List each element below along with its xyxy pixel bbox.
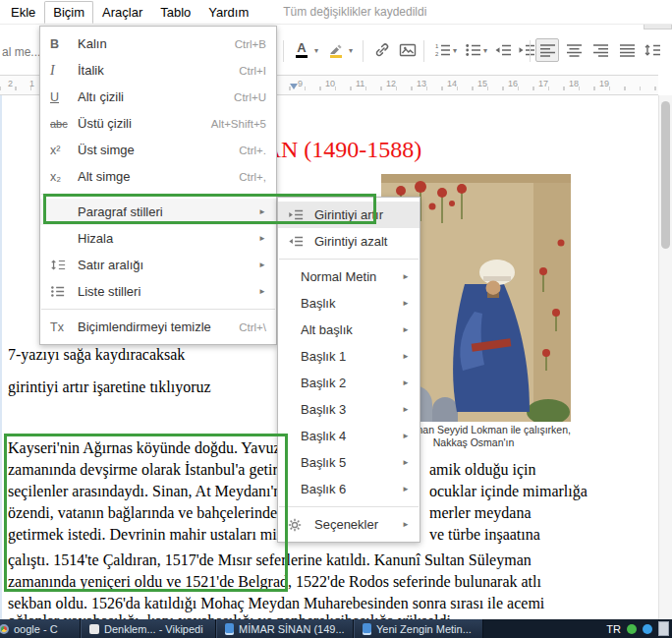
line-spacing-icon bbox=[644, 43, 661, 57]
menu-item-alti-cizili[interactable]: U Altı çizili Ctrl+U bbox=[40, 84, 276, 110]
submenu-item-normal-metin[interactable]: Normal Metin ► bbox=[278, 263, 420, 290]
google-docs-window: Ekle Biçim Araçlar Tablo Yardım Tüm deği… bbox=[0, 0, 672, 638]
vertical-scrollbar[interactable] bbox=[658, 95, 672, 619]
menubar-item-ekle[interactable]: Ekle bbox=[2, 1, 44, 24]
menubar-item-araclar[interactable]: Araçlar bbox=[93, 1, 151, 24]
taskbar-button-chrome[interactable]: oogle - C bbox=[0, 619, 81, 638]
menu-separator bbox=[41, 194, 275, 195]
menu-item-label: Alt simge bbox=[78, 169, 231, 184]
increase-indent-icon bbox=[518, 43, 535, 57]
menu-item-label: İtalik bbox=[78, 63, 231, 78]
show-desktop-button[interactable] bbox=[658, 621, 669, 636]
ruler-number: 13 bbox=[417, 79, 426, 88]
menu-item-bicimlendirmeyi-temizle[interactable]: Tx Biçimlendirmeyi temizle Ctrl+\ bbox=[40, 314, 276, 340]
align-center-button[interactable] bbox=[562, 38, 586, 62]
menu-separator bbox=[279, 506, 419, 507]
document-icon bbox=[225, 623, 234, 635]
language-indicator[interactable]: TR bbox=[606, 623, 621, 635]
menu-item-label: Biçimlendirmeyi temizle bbox=[78, 319, 231, 334]
numbered-list-caret-icon[interactable]: ▾ bbox=[453, 46, 457, 55]
taskbar-button-vikipedi[interactable]: Denklem... - Vikipedi bbox=[81, 619, 216, 638]
paragraph-line[interactable]: çalıştı. 1514'te Çaldıran, 1517'de Mısır… bbox=[8, 551, 668, 569]
taskbar: oogle - C Denklem... - Vikipedi MİMAR Sİ… bbox=[0, 619, 672, 638]
submenu-item-baslik-1[interactable]: Başlık 1 ► bbox=[278, 343, 420, 370]
toolbar-separator bbox=[363, 40, 364, 62]
menu-item-alt-simge[interactable]: x₂ Alt simge Ctrl+, bbox=[40, 163, 276, 190]
submenu-item-baslik-2[interactable]: Başlık 2 ► bbox=[278, 370, 420, 396]
superscript-icon: x² bbox=[50, 144, 78, 157]
taskbar-button-yeni-zengin-metin[interactable]: Yeni Zengin Metin... bbox=[354, 619, 483, 638]
menu-item-liste-stilleri[interactable]: Liste stilleri ► bbox=[40, 278, 276, 305]
submenu-item-girintiyi-artir[interactable]: Girintiyi artır bbox=[278, 202, 420, 228]
decrease-indent-icon bbox=[288, 235, 314, 248]
paragraph-style-dropdown[interactable]: al me... bbox=[2, 45, 40, 59]
bullet-list-icon bbox=[465, 43, 481, 57]
insert-link-button[interactable] bbox=[370, 38, 394, 62]
justify-button[interactable] bbox=[615, 38, 639, 62]
note-line-1[interactable]: 7-yazıyı sağa kaydıracaksak bbox=[8, 346, 185, 364]
menu-item-ust-simge[interactable]: x² Üst simge Ctrl+. bbox=[40, 137, 276, 163]
menu-item-label: Paragraf stilleri bbox=[78, 204, 252, 219]
submenu-item-baslik-5[interactable]: Başlık 5 ► bbox=[278, 449, 420, 476]
align-left-button[interactable] bbox=[535, 38, 559, 62]
text-color-button[interactable]: A bbox=[290, 38, 313, 62]
strikethrough-icon: abc bbox=[50, 118, 78, 130]
menu-item-shortcut: Ctrl+\ bbox=[239, 321, 266, 333]
ruler-number: 16 bbox=[508, 79, 518, 88]
bullet-list-button[interactable] bbox=[461, 38, 484, 62]
submenu-item-baslik[interactable]: Başlık ► bbox=[278, 290, 420, 317]
decrease-indent-button[interactable] bbox=[491, 38, 515, 62]
submenu-item-baslik-4[interactable]: Başlık 4 ► bbox=[278, 423, 420, 449]
menu-item-hizala[interactable]: Hizala ► bbox=[40, 225, 276, 252]
ruler-number: 10 bbox=[325, 79, 335, 88]
line-spacing-button[interactable] bbox=[641, 38, 664, 62]
submenu-item-alt-baslik[interactable]: Alt başlık ► bbox=[278, 317, 420, 343]
menu-item-shortcut: Ctrl+U bbox=[234, 91, 266, 103]
bold-icon: B bbox=[50, 37, 78, 51]
menubar-item-tablo[interactable]: Tablo bbox=[151, 1, 199, 24]
ruler-number: 14 bbox=[447, 79, 457, 88]
submenu-item-secenekler[interactable]: Seçenekler ► bbox=[278, 511, 420, 538]
decrease-indent-icon bbox=[494, 43, 512, 57]
submenu-item-label: Başlık 4 bbox=[301, 429, 396, 443]
scrollbar-thumb[interactable] bbox=[661, 101, 670, 249]
submenu-arrow-icon: ► bbox=[402, 485, 410, 493]
paragraph-line[interactable]: zamanında yeniçeri oldu ve 1521'de Belgr… bbox=[8, 573, 668, 591]
submenu-item-baslik-3[interactable]: Başlık 3 ► bbox=[278, 396, 420, 423]
ruler-number: 15 bbox=[477, 79, 487, 88]
highlight-color-button[interactable] bbox=[324, 38, 348, 62]
submenu-item-label: Başlık bbox=[301, 296, 396, 311]
toolbar-separator bbox=[530, 40, 531, 62]
taskbar-button-mimar-sinan[interactable]: MİMAR SİNAN (149... bbox=[216, 619, 354, 638]
text-color-icon: A bbox=[296, 42, 308, 58]
text-color-caret-icon[interactable]: ▾ bbox=[314, 46, 318, 55]
menubar-item-yardim[interactable]: Yardım bbox=[199, 1, 257, 24]
submenu-arrow-icon: ► bbox=[258, 287, 266, 296]
menu-item-paragraf-stilleri[interactable]: Paragraf stilleri ► bbox=[40, 199, 276, 225]
tray-green-icon[interactable] bbox=[627, 624, 637, 634]
submenu-item-baslik-6[interactable]: Başlık 6 ► bbox=[278, 476, 420, 502]
menu-item-shortcut: Alt+Shift+5 bbox=[211, 118, 266, 130]
paragraph-line[interactable]: sekban oldu. 1526'da katıldığı Mohaç Mey… bbox=[8, 595, 668, 612]
paragraph-text: ve türbe inşaatına bbox=[429, 526, 540, 544]
menubar-item-bicim[interactable]: Biçim bbox=[44, 1, 93, 24]
toolbar-separator bbox=[283, 40, 284, 62]
align-right-button[interactable] bbox=[588, 38, 612, 62]
submenu-item-label: Girintiyi azalt bbox=[314, 234, 410, 249]
menubar: Ekle Biçim Araçlar Tablo Yardım Tüm deği… bbox=[0, 0, 672, 25]
tray-blue-icon[interactable] bbox=[643, 624, 652, 634]
insert-image-button[interactable] bbox=[396, 38, 420, 62]
submenu-item-girintiyi-azalt[interactable]: Girintiyi azalt bbox=[278, 228, 420, 255]
svg-text:2: 2 bbox=[435, 51, 439, 57]
menu-item-italik[interactable]: I İtalik Ctrl+I bbox=[40, 57, 276, 84]
menu-item-ustu-cizili[interactable]: abc Üstü çizili Alt+Shift+5 bbox=[40, 110, 276, 137]
menu-separator bbox=[279, 259, 419, 260]
menu-item-kalin[interactable]: B Kalın Ctrl+B bbox=[40, 30, 276, 57]
indent-marker[interactable] bbox=[290, 84, 298, 89]
highlight-color-caret-icon[interactable]: ▾ bbox=[349, 46, 353, 55]
numbered-list-button[interactable]: 112 bbox=[430, 38, 454, 62]
justify-icon bbox=[619, 43, 636, 57]
bullet-list-caret-icon[interactable]: ▾ bbox=[483, 46, 487, 55]
menu-item-satir-araligi[interactable]: Satır aralığı ► bbox=[40, 252, 276, 278]
note-line-2[interactable]: girintiyi artır işaretine tıklıyoruz bbox=[8, 378, 211, 396]
